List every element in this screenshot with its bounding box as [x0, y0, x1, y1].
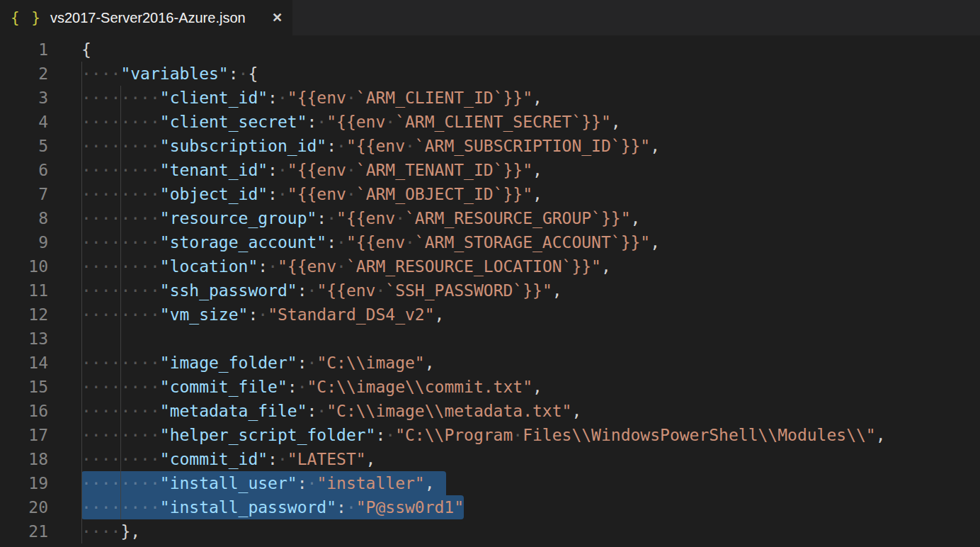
line-number: 14: [0, 351, 48, 375]
code-line[interactable]: 19········"install_user":·"installer",: [0, 471, 980, 495]
code-line-content: {: [81, 38, 91, 62]
code-line-content: ········"image_folder":·"C:\\image",: [81, 351, 435, 375]
json-string-value: "installer": [317, 474, 424, 492]
whitespace-dots: ·: [336, 257, 346, 276]
json-punctuation: :: [268, 450, 278, 468]
json-key: "install_password": [160, 498, 336, 517]
whitespace-dots: ·: [385, 113, 395, 131]
json-punctuation: :: [336, 498, 346, 517]
code-line[interactable]: 21····},: [0, 519, 980, 543]
json-string-value: `ARM_CLIENT_ID`}}": [356, 89, 532, 107]
json-punctuation: ,: [552, 281, 562, 300]
tab-title: vs2017-Server2016-Azure.json: [50, 10, 246, 26]
json-string-value: `ARM_RESOURCE_LOCATION`}}": [346, 257, 601, 276]
line-number: 15: [0, 375, 48, 399]
json-punctuation: :: [375, 426, 385, 444]
code-line[interactable]: 13: [0, 327, 980, 351]
json-string-value: "{{env: [287, 89, 346, 107]
code-line[interactable]: 6········"tenant_id":·"{{env·`ARM_TENANT…: [0, 158, 980, 182]
whitespace-dots: ·: [395, 209, 405, 227]
code-line[interactable]: 3········"client_id":·"{{env·`ARM_CLIENT…: [0, 86, 980, 110]
json-string-value: "Standard_DS4_v2": [268, 305, 434, 324]
json-punctuation: ,: [650, 233, 660, 252]
code-line-content: ········"vm_size":·"Standard_DS4_v2",: [81, 303, 444, 327]
code-line[interactable]: 18········"commit_id":·"LATEST",: [0, 447, 980, 471]
json-key: "tenant_id": [160, 161, 268, 179]
code-line-content: ········"client_id":·"{{env·`ARM_CLIENT_…: [81, 86, 542, 110]
json-punctuation: ,: [366, 450, 376, 468]
whitespace-dots: ·: [375, 281, 385, 300]
tab-vs2017-server2016-azure-json[interactable]: { } vs2017-Server2016-Azure.json ✕: [0, 0, 292, 35]
whitespace-dots: ·: [258, 305, 268, 324]
json-string-value: "{{env: [317, 281, 375, 300]
json-string-value: "P@ssw0rd1": [356, 498, 464, 517]
json-string-value: "{{env: [287, 185, 346, 203]
json-key: "client_secret": [160, 113, 307, 131]
code-line[interactable]: 20········"install_password":·"P@ssw0rd1…: [0, 495, 980, 519]
json-punctuation: :: [287, 378, 297, 396]
code-line[interactable]: 11········"ssh_password":·"{{env·`SSH_PA…: [0, 278, 980, 303]
json-punctuation: :: [268, 89, 278, 107]
code-line[interactable]: 12········"vm_size":·"Standard_DS4_v2",: [0, 303, 980, 327]
json-key: "storage_account": [160, 233, 326, 252]
line-number: 19: [0, 471, 48, 495]
code-line[interactable]: 1{: [0, 38, 980, 62]
whitespace-dots: ·: [268, 257, 278, 276]
code-line[interactable]: 7········"object_id":·"{{env·`ARM_OBJECT…: [0, 182, 980, 206]
code-line[interactable]: 10········"location":·"{{env·`ARM_RESOUR…: [0, 254, 980, 278]
code-editor[interactable]: 1{2····"variables":·{3········"client_id…: [0, 35, 980, 547]
code-line[interactable]: 5········"subscription_id":·"{{env·`ARM_…: [0, 134, 980, 158]
code-line[interactable]: 8········"resource_group":·"{{env·`ARM_R…: [0, 206, 980, 230]
code-line-content: ········"subscription_id":·"{{env·`ARM_S…: [81, 134, 660, 158]
code-line-content: ········"metadata_file":·"C:\\image\\met…: [81, 399, 581, 423]
code-line-content: ········"storage_account":·"{{env·`ARM_S…: [81, 230, 660, 254]
whitespace-dots: ·: [385, 426, 395, 444]
json-punctuation: :: [268, 185, 278, 203]
json-punctuation: {: [248, 64, 258, 83]
whitespace-dots: ····: [81, 522, 120, 541]
json-punctuation: :: [258, 257, 268, 276]
line-number: 8: [0, 206, 48, 230]
whitespace-dots: ·: [346, 185, 356, 203]
json-key: "subscription_id": [160, 137, 326, 155]
json-punctuation: :: [297, 354, 307, 372]
json-punctuation: ,: [650, 137, 660, 155]
whitespace-dots: ·: [326, 209, 336, 227]
close-icon[interactable]: ✕: [272, 11, 283, 24]
json-key: "variables": [120, 64, 228, 83]
code-line[interactable]: 4········"client_secret":·"{{env·`ARM_CL…: [0, 110, 980, 134]
code-line-content-selected: ········"install_user":·"installer",: [81, 471, 446, 495]
json-string-value: `ARM_CLIENT_SECRET`}}": [395, 113, 611, 131]
code-line[interactable]: 16········"metadata_file":·"C:\\image\\m…: [0, 399, 980, 423]
json-key: "image_folder": [160, 354, 297, 372]
code-line-content: ········"resource_group":·"{{env·`ARM_RE…: [81, 206, 640, 230]
indent-guide: [81, 62, 82, 543]
json-punctuation: ,: [532, 161, 542, 179]
json-string-value: "C:\\Program: [395, 426, 513, 444]
json-punctuation: },: [120, 522, 140, 541]
code-line[interactable]: 17········"helper_script_folder":·"C:\\P…: [0, 423, 980, 447]
code-line[interactable]: 2····"variables":·{: [0, 62, 980, 86]
json-string-value: "{{env: [287, 161, 346, 179]
whitespace-dots: ·: [346, 89, 356, 107]
code-line[interactable]: 15········"commit_file":·"C:\\image\\com…: [0, 375, 980, 399]
code-lines: 1{2····"variables":·{3········"client_id…: [0, 38, 980, 543]
json-punctuation: ,: [425, 474, 435, 492]
code-line[interactable]: 14········"image_folder":·"C:\\image",: [0, 351, 980, 375]
json-key: "resource_group": [160, 209, 317, 227]
json-key: "location": [160, 257, 258, 276]
whitespace-dots: ·: [307, 354, 317, 372]
whitespace-dots: ·: [278, 161, 287, 179]
json-key: "client_id": [160, 89, 268, 107]
whitespace-dots: ·: [346, 498, 356, 517]
json-string-value: `ARM_TENANT_ID`}}": [356, 161, 532, 179]
whitespace-dots: ·: [405, 137, 415, 155]
json-string-value: "{{env: [346, 137, 405, 155]
line-number: 11: [0, 278, 48, 303]
whitespace-dots: ·: [278, 450, 287, 468]
json-string-value: `ARM_OBJECT_ID`}}": [356, 185, 532, 203]
code-line[interactable]: 9········"storage_account":·"{{env·`ARM_…: [0, 230, 980, 254]
whitespace-dots: ·: [307, 474, 317, 492]
line-number: 7: [0, 182, 48, 206]
json-punctuation: ,: [532, 378, 542, 396]
